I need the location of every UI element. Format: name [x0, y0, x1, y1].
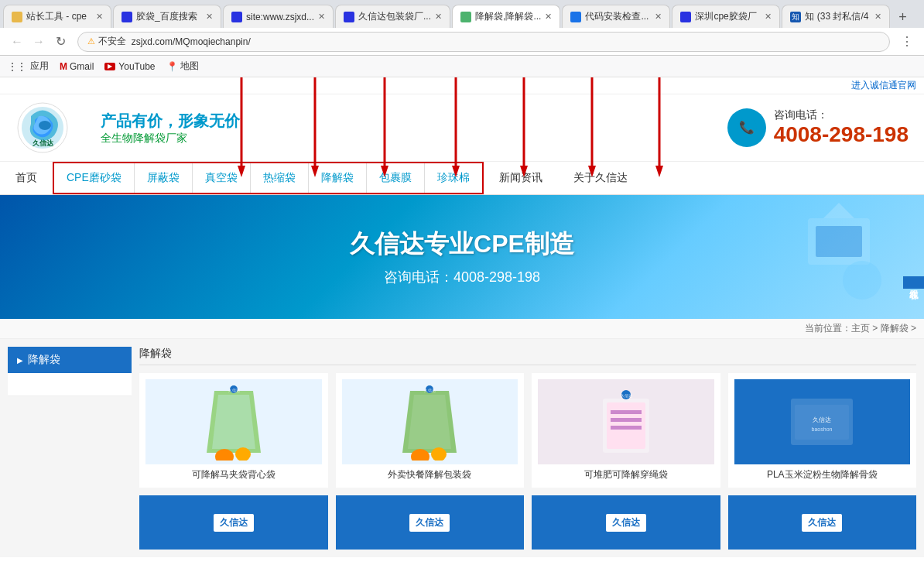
top-link-bar: 进入诚信通官网	[0, 77, 924, 94]
tab-favicon-8: 知	[790, 12, 801, 22]
breadcrumb: 当前位置：主页 > 降解袋 >	[0, 319, 924, 339]
svg-marker-38	[212, 395, 255, 449]
tab-close-5[interactable]: ✕	[541, 12, 552, 22]
svg-rect-51	[611, 410, 642, 414]
tab-close-7[interactable]: ✕	[761, 12, 772, 22]
site-content: 进入诚信通官网 久信达 产品有价，形象无价 全生物降解袋厂家 📞	[0, 77, 924, 565]
menu-button[interactable]: ⋮	[896, 31, 918, 53]
product-img-3: 久信达	[538, 379, 714, 464]
banner-phone: 咨询电话：4008-298-198	[350, 268, 574, 286]
bookmark-gmail-label: Gmail	[70, 61, 94, 72]
nav-home[interactable]: 首页	[0, 163, 53, 193]
reload-button[interactable]: ↻	[50, 31, 71, 53]
nav-about[interactable]: 关于久信达	[558, 163, 643, 193]
tab-8[interactable]: 知 知 (33 封私信/4 ✕	[782, 5, 890, 28]
tab-close-3[interactable]: ✕	[314, 12, 325, 22]
phone-area: 📞 咨询电话： 4008-298-198	[727, 108, 909, 147]
maps-icon: 📍	[166, 61, 178, 72]
svg-text:久信达: 久信达	[32, 139, 54, 147]
bookmarks-bar: ⋮⋮ 应用 M Gmail ▶ YouTube 📍 地图	[0, 56, 924, 77]
svg-rect-53	[611, 426, 642, 430]
product-card-blue-3[interactable]: 久信达	[532, 495, 720, 550]
bookmark-gmail[interactable]: M Gmail	[60, 61, 94, 72]
address-text: zsjxd.com/MQmoqiechanpin/	[132, 36, 251, 47]
product-bag-4: 久信达 baoshon	[783, 383, 861, 461]
tab-close-1[interactable]: ✕	[92, 12, 103, 22]
nav-heat-shrink[interactable]: 热缩袋	[251, 163, 309, 193]
nav-wrap[interactable]: 包裹膜	[367, 163, 425, 193]
product-img-1: 久信达	[145, 379, 322, 464]
brand-badge-4: 久信达	[802, 514, 842, 532]
address-input[interactable]: ⚠ 不安全 zsjxd.com/MQmoqiechanpin/	[77, 32, 890, 52]
site-header: 久信达 产品有价，形象无价 全生物降解袋厂家 📞 咨询电话： 4008-298-…	[0, 94, 924, 162]
products-row2: 久信达 久信达 久信达 久信达	[139, 495, 916, 550]
product-card-blue-1[interactable]: 久信达	[139, 495, 328, 550]
product-card-4[interactable]: 久信达 baoshon PLA玉米淀粉生物降解骨袋	[728, 373, 917, 488]
sidebar-title[interactable]: 降解袋	[8, 347, 132, 373]
apps-icon: ⋮⋮	[8, 61, 26, 72]
tab-label-4: 久信达包装袋厂...	[358, 10, 431, 23]
right-widget[interactable]: 在线客服	[903, 276, 924, 289]
tab-favicon-4	[344, 12, 354, 22]
nav-news[interactable]: 新闻资讯	[484, 163, 558, 193]
phone-svg: 📞	[736, 117, 758, 139]
tab-favicon-3	[231, 12, 242, 22]
tab-label-7: 深圳cpe胶袋厂	[695, 10, 756, 23]
nav-vacuum[interactable]: 真空袋	[193, 163, 251, 193]
tab-favicon-5	[460, 12, 471, 22]
tab-3[interactable]: site:www.zsjxd... ✕	[223, 5, 334, 28]
tab-close-2[interactable]: ✕	[202, 12, 213, 22]
product-card-3[interactable]: 久信达 可堆肥可降解穿绳袋	[532, 373, 720, 488]
tab-favicon-1	[12, 12, 22, 22]
svg-rect-59	[795, 405, 849, 440]
nav-degradable[interactable]: 降解袋	[309, 163, 367, 193]
tab-close-4[interactable]: ✕	[431, 12, 442, 22]
tab-1[interactable]: 站长工具 - cpe ✕	[3, 5, 111, 28]
tab-5[interactable]: 降解袋,降解袋... ✕	[452, 5, 560, 28]
logo-text-area: 产品有价，形象无价 全生物降解袋厂家	[101, 111, 240, 146]
nav-cpe[interactable]: CPE磨砂袋	[54, 163, 135, 193]
forward-button[interactable]: →	[28, 31, 50, 53]
svg-text:📞: 📞	[739, 120, 755, 135]
site-banner: 久信达专业CPE制造 咨询电话：4008-298-198	[0, 195, 924, 319]
product-grid: 降解袋 久信达 可降解马夹袋背心袋	[139, 347, 916, 550]
product-card-blue-2[interactable]: 久信达	[336, 495, 525, 550]
youtube-icon: ▶	[104, 63, 115, 70]
product-bag-3: 久信达	[587, 383, 665, 461]
tab-favicon-6	[570, 12, 581, 22]
new-tab-button[interactable]: +	[891, 6, 913, 28]
tab-2[interactable]: 胶袋_百度搜索 ✕	[113, 5, 221, 28]
back-button[interactable]: ←	[6, 31, 28, 53]
top-link[interactable]: 进入诚信通官网	[851, 80, 916, 91]
nav-highlighted-group: CPE磨砂袋 屏蔽袋 真空袋 热缩袋 降解袋 包裹膜 珍珠棉	[53, 162, 484, 194]
site-logo: 久信达	[15, 101, 70, 155]
product-label-4: PLA玉米淀粉生物降解骨袋	[734, 468, 911, 481]
bookmark-maps-label: 地图	[180, 60, 199, 73]
tab-label-3: site:www.zsjxd...	[246, 12, 314, 22]
nav-shield[interactable]: 屏蔽袋	[135, 163, 193, 193]
product-label-2: 外卖快餐降解包装袋	[342, 468, 518, 481]
tab-4[interactable]: 久信达包装袋厂... ✕	[335, 5, 450, 28]
tab-label-5: 降解袋,降解袋...	[475, 10, 541, 23]
product-card-2[interactable]: 久信达 外卖快餐降解包装袋	[336, 373, 525, 488]
tab-bar: 站长工具 - cpe ✕ 胶袋_百度搜索 ✕ site:www.zsjxd...…	[0, 0, 924, 28]
svg-rect-34	[816, 226, 862, 257]
tab-6[interactable]: 代码安装检查... ✕	[562, 5, 670, 28]
tab-7[interactable]: 深圳cpe胶袋厂 ✕	[672, 5, 780, 28]
brand-badge-3: 久信达	[606, 514, 646, 532]
tab-close-6[interactable]: ✕	[651, 12, 662, 22]
bookmark-apps[interactable]: ⋮⋮ 应用	[8, 60, 49, 73]
banner-decoration	[792, 203, 885, 311]
bookmark-maps[interactable]: 📍 地图	[166, 60, 199, 73]
brand-badge-2: 久信达	[409, 514, 450, 532]
phone-number: 4008-298-198	[774, 122, 909, 147]
product-card-1[interactable]: 久信达 可降解马夹袋背心袋	[139, 373, 328, 488]
phone-icon: 📞	[727, 108, 766, 147]
tab-close-8[interactable]: ✕	[871, 12, 881, 22]
main-content: 降解袋 降解袋 久信达	[0, 339, 924, 557]
nav-foam[interactable]: 珍珠棉	[425, 163, 482, 193]
banner-content: 久信达专业CPE制造 咨询电话：4008-298-198	[350, 228, 574, 286]
bookmark-youtube[interactable]: ▶ YouTube	[104, 61, 155, 72]
product-card-blue-4[interactable]: 久信达	[728, 495, 917, 550]
product-label-1: 可降解马夹袋背心袋	[145, 468, 322, 481]
